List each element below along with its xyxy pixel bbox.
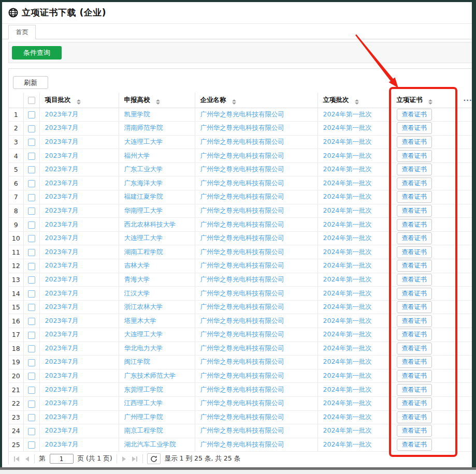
certificate-cell: 查看证书 xyxy=(391,342,457,356)
certificate-cell: 查看证书 xyxy=(391,122,457,136)
certificate-cell: 查看证书 xyxy=(391,259,457,273)
row-checkbox[interactable] xyxy=(28,194,35,201)
refresh-button[interactable]: 刷新 xyxy=(13,76,48,89)
view-certificate-button[interactable]: 查看证书 xyxy=(397,246,432,258)
table-row: 172023年7月大连理工大学广州华之尊光电科技有限公司2024年第一批次查看证… xyxy=(9,328,476,342)
row-checkbox[interactable] xyxy=(28,441,35,449)
header-university[interactable]: 申报高校 xyxy=(119,93,195,108)
approval-batch-cell: 2024年第一批次 xyxy=(318,314,391,328)
row-checkbox[interactable] xyxy=(28,221,35,229)
tabbar-divider xyxy=(2,39,472,39)
company-cell: 广州华之尊光电科技有限公司 xyxy=(195,245,318,259)
row-checkbox[interactable] xyxy=(28,387,35,394)
row-checkbox[interactable] xyxy=(28,153,35,160)
condition-query-button[interactable]: 条件查询 xyxy=(12,46,62,60)
project-batch-cell: 2023年7月 xyxy=(39,176,119,190)
pagination-bar: 第 页 (共 1 页) 显示 1 到 25 条, 共 25 条 xyxy=(9,452,476,466)
university-cell: 东莞理工学院 xyxy=(119,383,195,397)
header-checkbox-cell xyxy=(23,93,39,108)
view-certificate-button[interactable]: 查看证书 xyxy=(397,232,432,244)
row-checkbox[interactable] xyxy=(28,428,35,435)
select-all-checkbox[interactable] xyxy=(28,97,35,104)
table-row: 62023年7月广东海洋大学广州华之尊光电科技有限公司2024年第一批次查看证书 xyxy=(9,176,476,190)
header-project-batch[interactable]: 项目批次 xyxy=(39,93,119,108)
view-certificate-button[interactable]: 查看证书 xyxy=(397,150,432,162)
view-certificate-button[interactable]: 查看证书 xyxy=(397,288,432,300)
header-certificate[interactable]: 立项证书 xyxy=(391,93,457,108)
certificate-cell: 查看证书 xyxy=(391,108,457,122)
row-checkbox[interactable] xyxy=(28,359,35,366)
certificate-cell: 查看证书 xyxy=(391,135,457,149)
certificate-cell: 查看证书 xyxy=(391,383,457,397)
view-certificate-button[interactable]: 查看证书 xyxy=(397,425,432,437)
row-checkbox[interactable] xyxy=(28,166,35,173)
row-checkbox[interactable] xyxy=(28,180,35,187)
view-certificate-button[interactable]: 查看证书 xyxy=(397,122,432,134)
first-page-button[interactable] xyxy=(13,455,20,463)
view-certificate-button[interactable]: 查看证书 xyxy=(397,343,432,354)
approval-batch-cell: 2024年第一批次 xyxy=(318,204,391,218)
view-certificate-button[interactable]: 查看证书 xyxy=(397,356,432,368)
project-batch-cell: 2023年7月 xyxy=(39,438,119,452)
view-certificate-button[interactable]: 查看证书 xyxy=(397,384,432,396)
page-number-input[interactable] xyxy=(50,454,74,464)
view-certificate-button[interactable]: 查看证书 xyxy=(397,439,432,451)
tab-home[interactable]: 首页 xyxy=(8,25,36,39)
university-cell: 青海大学 xyxy=(119,273,195,287)
last-page-button[interactable] xyxy=(131,455,138,463)
window-frame-right xyxy=(472,0,476,467)
view-certificate-button[interactable]: 查看证书 xyxy=(397,301,432,313)
view-certificate-button[interactable]: 查看证书 xyxy=(397,177,432,189)
view-certificate-button[interactable]: 查看证书 xyxy=(397,109,432,121)
view-certificate-button[interactable]: 查看证书 xyxy=(397,315,432,327)
row-checkbox[interactable] xyxy=(28,235,35,242)
view-certificate-button[interactable]: 查看证书 xyxy=(397,219,432,231)
row-checkbox[interactable] xyxy=(28,318,35,325)
certificate-cell: 查看证书 xyxy=(391,287,457,301)
view-certificate-button[interactable]: 查看证书 xyxy=(397,397,432,409)
row-index: 4 xyxy=(9,149,23,163)
view-certificate-button[interactable]: 查看证书 xyxy=(397,191,432,203)
row-checkbox[interactable] xyxy=(28,332,35,339)
row-checkbox[interactable] xyxy=(28,263,35,270)
row-checkbox[interactable] xyxy=(28,276,35,284)
row-checkbox[interactable] xyxy=(28,139,35,146)
certificate-cell: 查看证书 xyxy=(391,231,457,245)
next-page-button[interactable] xyxy=(121,455,127,463)
university-cell: 华南理工大学 xyxy=(119,204,195,218)
prev-page-button[interactable] xyxy=(24,455,30,463)
row-checkbox[interactable] xyxy=(28,401,35,408)
row-checkbox[interactable] xyxy=(28,290,35,298)
view-certificate-button[interactable]: 查看证书 xyxy=(397,411,432,423)
header-approval-batch[interactable]: 立项批次 xyxy=(318,93,391,108)
view-certificate-button[interactable]: 查看证书 xyxy=(397,205,432,217)
company-cell: 广州华之尊光电科技有限公司 xyxy=(195,396,318,410)
view-certificate-button[interactable]: 查看证书 xyxy=(397,164,432,175)
table-row: 222023年7月江西理工大学广州华之尊光电科技有限公司2024年第一批次查看证… xyxy=(9,396,476,410)
view-certificate-button[interactable]: 查看证书 xyxy=(397,274,432,286)
certificate-cell: 查看证书 xyxy=(391,149,457,163)
row-index: 16 xyxy=(9,314,23,328)
row-checkbox[interactable] xyxy=(28,125,35,132)
view-certificate-button[interactable]: 查看证书 xyxy=(397,136,432,148)
row-index: 13 xyxy=(9,273,23,287)
header-company[interactable]: 企业名称 xyxy=(195,93,318,108)
table-header-row: 项目批次 申报高校 企业名称 立项批次 立项证书 xyxy=(9,93,476,108)
approval-batch-cell: 2024年第一批次 xyxy=(318,108,391,122)
row-checkbox[interactable] xyxy=(28,208,35,215)
project-batch-cell: 2023年7月 xyxy=(39,314,119,328)
row-checkbox[interactable] xyxy=(28,111,35,119)
view-certificate-button[interactable]: 查看证书 xyxy=(397,329,432,340)
row-checkbox[interactable] xyxy=(28,345,35,352)
row-index: 3 xyxy=(9,135,23,149)
view-certificate-button[interactable]: 查看证书 xyxy=(397,260,432,272)
view-certificate-button[interactable]: 查看证书 xyxy=(397,370,432,382)
approval-batch-cell: 2024年第一批次 xyxy=(318,190,391,204)
row-checkbox[interactable] xyxy=(28,373,35,380)
approval-batch-cell: 2024年第一批次 xyxy=(318,328,391,342)
row-checkbox[interactable] xyxy=(28,304,35,311)
row-checkbox[interactable] xyxy=(28,414,35,421)
university-cell: 闽江学院 xyxy=(119,356,195,369)
row-checkbox[interactable] xyxy=(28,249,35,256)
pager-refresh-button[interactable] xyxy=(147,453,161,464)
